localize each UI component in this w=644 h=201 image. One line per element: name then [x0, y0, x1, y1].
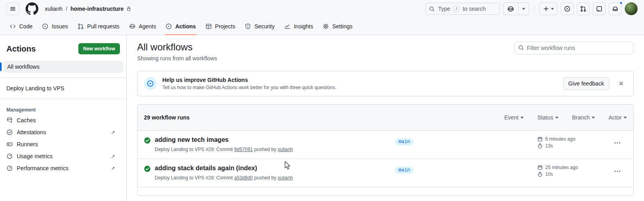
global-header: xulianh / home-infrastructure Type / to …: [0, 0, 644, 18]
commit-link[interactable]: 9d57091: [234, 147, 253, 152]
tab-label: Settings: [332, 23, 353, 30]
tab-issues[interactable]: Issues: [38, 18, 72, 35]
meter-icon: [6, 153, 13, 159]
issues-header-button[interactable]: [561, 2, 574, 15]
kebab-menu-button[interactable]: [611, 138, 624, 147]
actor-link[interactable]: xulianh: [278, 147, 293, 152]
give-feedback-button[interactable]: Give feedback: [563, 77, 610, 90]
new-workflow-button[interactable]: New workflow: [78, 43, 120, 54]
tab-label: Issues: [52, 23, 68, 30]
breadcrumb-repo-link[interactable]: home-infrastructure: [70, 6, 132, 12]
run-meta: 25 minutes ago 10s: [523, 165, 608, 181]
breadcrumb-owner-link[interactable]: xulianh: [45, 6, 62, 12]
sidebar-divider: [0, 99, 126, 99]
page-title: All workflows: [137, 42, 217, 53]
sidebar-item-runners[interactable]: Runners: [0, 138, 126, 150]
tab-label: Actions: [175, 23, 195, 30]
run-text: adding stack details again (index) Deplo…: [155, 165, 293, 181]
event-filter-dropdown[interactable]: Event: [504, 114, 524, 121]
search-placeholder-prefix: Type: [438, 6, 450, 12]
run-duration-label: 10s: [545, 171, 553, 177]
notification-dot: [619, 1, 623, 5]
stopwatch-icon: [537, 143, 543, 149]
run-meta: 5 minutes ago 13s: [523, 136, 608, 152]
tab-pull-requests[interactable]: Pull requests: [74, 18, 124, 35]
run-actions: [608, 165, 630, 181]
projects-header-button[interactable]: [593, 2, 606, 15]
hamburger-menu-button[interactable]: [6, 2, 19, 15]
repo-name: home-infrastructure: [70, 6, 124, 12]
chevron-down-icon: [624, 117, 627, 119]
actor-filter-dropdown[interactable]: Actor: [608, 114, 627, 121]
tab-code[interactable]: Code: [6, 18, 36, 35]
branch-badge[interactable]: main: [395, 167, 414, 174]
sidebar-item-attestations[interactable]: Attestations ↗: [0, 126, 126, 138]
create-new-button[interactable]: [539, 2, 558, 15]
external-link-icon: ↗: [111, 165, 120, 171]
copilot-dropdown-button[interactable]: [518, 3, 529, 15]
actor-link[interactable]: xulianh: [278, 175, 293, 181]
sidebar-item-caches[interactable]: Caches: [0, 114, 126, 126]
play-circle-icon: [147, 80, 154, 87]
github-mark-icon: [26, 2, 38, 15]
copilot-icon: [507, 6, 514, 12]
main-content: All workflows Showing runs from all work…: [127, 35, 644, 201]
copilot-button[interactable]: [503, 3, 518, 15]
banner-actions: Give feedback: [563, 77, 610, 90]
global-search-input[interactable]: Type / to search: [425, 3, 500, 15]
actions-feedback-icon: [144, 77, 157, 90]
search-placeholder-suffix: to search: [463, 6, 486, 12]
shield-icon: [245, 23, 251, 30]
issue-opened-icon: [564, 6, 570, 12]
verified-icon: [6, 129, 13, 135]
sidebar-header: Actions New workflow: [0, 43, 126, 54]
branch-badge[interactable]: main: [395, 138, 414, 145]
tab-actions[interactable]: Actions: [161, 18, 199, 35]
filter-workflow-runs-input[interactable]: [514, 42, 634, 54]
run-time: 25 minutes ago: [537, 165, 608, 170]
graph-icon: [284, 23, 291, 30]
sidebar-item-all-workflows[interactable]: All workflows: [3, 61, 123, 73]
tab-security[interactable]: Security: [241, 18, 279, 35]
stopwatch-icon: [537, 171, 543, 177]
tab-insights[interactable]: Insights: [280, 18, 317, 35]
run-title-link[interactable]: adding new tech images: [155, 136, 229, 143]
run-time-label: 25 minutes ago: [545, 165, 578, 170]
run-detail: Deploy Landing to VPS #29: Commit 9d5709…: [155, 147, 293, 152]
chevron-down-icon: [555, 117, 558, 119]
tab-projects[interactable]: Projects: [201, 18, 239, 35]
sidebar-item-label: Caches: [17, 117, 120, 123]
calendar-icon: [537, 136, 543, 142]
avatar[interactable]: [625, 2, 638, 15]
runs-count: 29 workflow runs: [144, 114, 189, 121]
partial-run-row: [138, 187, 633, 195]
sidebar-item-label: Attestations: [17, 129, 107, 135]
tab-agents[interactable]: Agents: [125, 18, 160, 35]
agents-icon: [129, 23, 136, 30]
banner-text: Help us improve GitHub Actions Tell us h…: [162, 77, 337, 90]
sidebar-item-label: Performance metrics: [17, 165, 107, 171]
sidebar-item-performance-metrics[interactable]: Performance metrics ↗: [0, 162, 126, 174]
run-time-label: 5 minutes ago: [545, 136, 575, 142]
commit-link[interactable]: a53d8d0: [234, 175, 253, 181]
issue-opened-icon: [42, 23, 48, 30]
run-detail-mid: pushed by: [254, 175, 276, 181]
filter-wrap: [514, 42, 634, 54]
code-icon: [10, 23, 16, 30]
run-title-link[interactable]: adding stack details again (index): [155, 165, 257, 171]
run-time: 5 minutes ago: [537, 136, 608, 142]
github-logo[interactable]: [26, 2, 38, 15]
status-filter-dropdown[interactable]: Status: [537, 114, 558, 121]
workflow-run-row: adding stack details again (index) Deplo…: [138, 159, 633, 187]
inbox-icon: [612, 6, 618, 12]
tab-label: Code: [19, 23, 32, 30]
kebab-menu-button[interactable]: [611, 166, 624, 176]
tab-settings[interactable]: Settings: [319, 18, 357, 35]
pull-requests-header-button[interactable]: [577, 2, 590, 15]
branch-filter-dropdown[interactable]: Branch: [572, 114, 595, 121]
hamburger-icon: [10, 6, 16, 12]
sidebar-item-usage-metrics[interactable]: Usage metrics ↗: [0, 150, 126, 162]
search-slash-keycap: /: [453, 6, 459, 12]
banner-close-button[interactable]: [618, 80, 624, 87]
sidebar-item-deploy-landing-to-vps[interactable]: Deploy Landing to VPS: [0, 83, 126, 94]
